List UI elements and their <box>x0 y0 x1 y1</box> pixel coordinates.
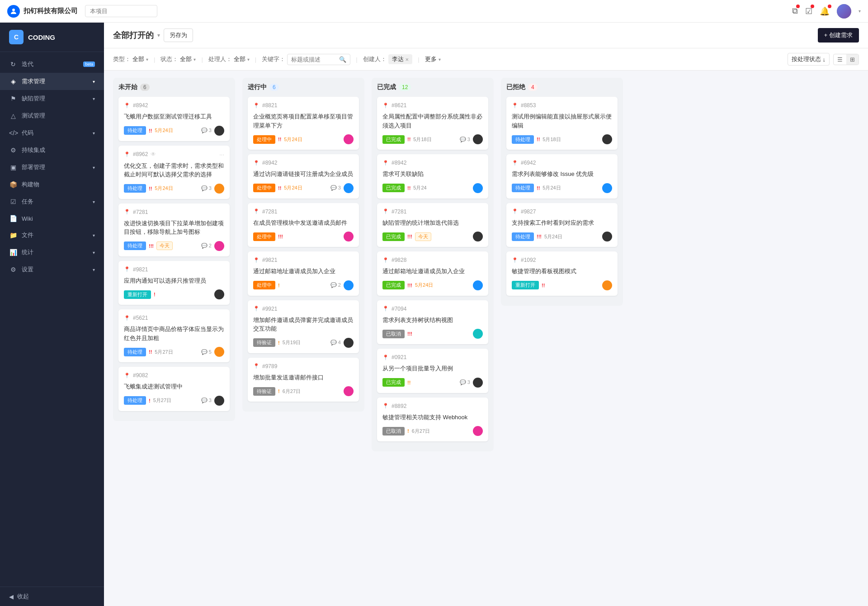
card-avatar <box>602 183 612 193</box>
card-completed-0[interactable]: 📍 #8621 全局属性配置中调整部分系统属性非必须选入项目 已完成!!5月18… <box>377 97 488 150</box>
task-icon[interactable]: ☑ <box>805 6 812 16</box>
card-id: #8942 <box>392 160 406 166</box>
search-input[interactable] <box>85 5 157 17</box>
pin-icon: 📍 <box>382 257 389 263</box>
card-in-progress-0[interactable]: 📍 #8821 企业概览页将项目配置菜单移至项目管理菜单下方 处理中!!5月24… <box>248 97 359 150</box>
card-footer: 重新打开!! <box>512 280 612 290</box>
avatar-dropdown[interactable]: ▾ <box>859 9 861 14</box>
card-id: #1092 <box>521 257 536 263</box>
priority-icon: !! <box>149 349 152 355</box>
page-title-arrow[interactable]: ▾ <box>157 32 160 38</box>
card-not-started-2[interactable]: 📍 #7281 改进快速切换项目下拉菜单增加创建项目按钮，移除导航上加号图标 待… <box>118 204 230 256</box>
company-logo[interactable]: 扣钉科技有限公司 <box>7 5 78 18</box>
card-not-started-1[interactable]: 📍 #8962 👁 ··· 优化交互，创建子需求时，需求类型和截止时间可默认选择… <box>118 146 230 199</box>
card-date: 5月27日 <box>153 397 171 404</box>
keyword-input[interactable] <box>291 56 336 63</box>
card-completed-4[interactable]: 📍 #7094 需求列表支持树状结构视图 已取消!!! <box>377 300 488 345</box>
card-rejected-1[interactable]: 📍 #6942 需求列表能够修改 Issue 优先级 待处理!!5月24日 <box>506 154 618 199</box>
sidebar-item-defect[interactable]: ⚑ 缺陷管理 ▾ <box>0 90 104 107</box>
save-as-button[interactable]: 另存为 <box>164 28 193 42</box>
card-not-started-0[interactable]: 📍 #8942 飞蛾用户数据至测试管理迁移工具 待处理!!5月24日💬 3 <box>118 97 230 141</box>
company-name: 扣钉科技有限公司 <box>24 7 78 15</box>
sidebar-item-ci[interactable]: ⚙ 持续集成 <box>0 142 104 159</box>
card-title: 通过邮箱地址邀请成员加入企业 <box>382 267 483 276</box>
notification-icon[interactable]: 🔔 <box>820 6 830 16</box>
card-in-progress-1[interactable]: 📍 #8942 通过访问邀请链接可注册成为企业成员 处理中!!5月24日💬 3 <box>248 154 359 199</box>
list-view-button[interactable]: ☰ <box>834 54 846 65</box>
more-arrow: ▾ <box>439 57 441 62</box>
card-header: 📍 #8853 <box>512 102 612 109</box>
sidebar-item-iteration[interactable]: ↻ 迭代 beta <box>0 56 104 73</box>
card-in-progress-2[interactable]: 📍 #7281 在成员管理模块中发送邀请成员邮件 处理中!!! <box>248 203 359 247</box>
card-id: #8962 <box>133 151 148 157</box>
card-title: 企业概览页将项目配置菜单移至项目管理菜单下方 <box>253 112 354 130</box>
card-tag: 待处理 <box>124 126 146 135</box>
card-avatar <box>214 347 224 357</box>
card-footer: 待验证!6月27日 <box>253 386 354 396</box>
card-completed-1[interactable]: 📍 #8942 需求可关联缺陷 已完成!!5月24 <box>377 154 488 199</box>
filter-more[interactable]: 更多 ▾ <box>425 55 441 63</box>
filter-type[interactable]: 类型： 全部 ▾ <box>113 55 148 63</box>
sidebar-item-artifact[interactable]: 📦 构建物 <box>0 176 104 193</box>
card-footer: 已取消!6月27日 <box>382 426 483 436</box>
card-more-icon[interactable]: ··· <box>219 151 224 158</box>
card-header: 📍 #7281 <box>382 208 483 215</box>
card-not-started-5[interactable]: 📍 #9082 飞蛾集成进测试管理中 待处理!5月27日💬 3 <box>118 367 230 411</box>
card-in-progress-3[interactable]: 📍 #9821 通过邮箱地址邀请成员加入企业 处理中!💬 2 <box>248 251 359 296</box>
card-not-started-4[interactable]: 📍 #5621 商品详情页中商品价格字体应当显示为红色并且加粗 待处理!!5月2… <box>118 309 230 362</box>
card-id: #5621 <box>133 315 148 321</box>
card-completed-5[interactable]: 📍 #0921 从另一个项目批量导入用例 已完成!!💬 3 <box>377 349 488 393</box>
card-tag: 待验证 <box>253 387 275 396</box>
sort-button[interactable]: 按处理状态 ↓ <box>788 53 830 66</box>
create-requirement-button[interactable]: + 创建需求 <box>818 28 859 43</box>
filter-status-label: 状态： <box>160 55 178 63</box>
card-header: 📍 #1092 <box>512 257 612 263</box>
sidebar-collapse[interactable]: ◀ 收起 <box>0 587 104 606</box>
user-avatar[interactable] <box>837 4 851 19</box>
card-rejected-0[interactable]: 📍 #8853 测试用例编辑能直接以抽屉形式展示便编辑 待处理!!5月18日 <box>506 97 618 150</box>
creator-tag: 李达 × <box>388 54 413 64</box>
card-header: 📍 #8942 <box>253 160 354 166</box>
card-footer: 重新打开! <box>124 289 224 299</box>
card-id: #9921 <box>262 306 277 312</box>
creator-close-button[interactable]: × <box>406 56 409 63</box>
sidebar-item-file[interactable]: 📁 文件 ▾ <box>0 227 104 244</box>
card-date: 5月24日 <box>155 127 173 134</box>
top-search[interactable] <box>85 5 157 17</box>
card-completed-6[interactable]: 📍 #8892 敏捷管理相关功能支持 Webhook 已取消!6月27日 <box>377 398 488 442</box>
card-footer: 处理中!💬 2 <box>253 280 354 290</box>
board-view-button[interactable]: ⊞ <box>846 54 859 65</box>
card-rejected-2[interactable]: 📍 #9827 支持搜索工作时看到对应的需求 待处理!!!5月24日 <box>506 203 618 247</box>
sidebar-item-task[interactable]: ☑ 任务 ▾ <box>0 193 104 210</box>
column-completed: 已完成 12 📍 #8621 全局属性配置中调整部分系统属性非必须选入项目 已完… <box>372 78 494 451</box>
sidebar-item-wiki[interactable]: 📄 Wiki <box>0 210 104 227</box>
filter-handler-arrow: ▾ <box>247 57 250 62</box>
priority-icon: !! <box>278 137 281 142</box>
card-not-started-3[interactable]: 📍 #9821 应用内通知可以选择只推管理员 重新打开! <box>118 261 230 305</box>
card-avatar <box>473 426 483 436</box>
sidebar-item-stat[interactable]: 📊 统计 ▾ <box>0 244 104 261</box>
card-title: 需求列表能够修改 Issue 优先级 <box>512 170 612 179</box>
card-actions: ··· <box>219 151 224 158</box>
window-icon[interactable]: ⧉ <box>792 6 798 16</box>
card-in-progress-4[interactable]: 📍 #9921 增加邮件邀请成员弹窗并完成邀请成员交互功能 待验证!5月19日💬… <box>248 300 359 353</box>
priority-icon: !! <box>542 283 545 288</box>
sidebar-item-test[interactable]: △ 测试管理 <box>0 107 104 124</box>
card-in-progress-5[interactable]: 📍 #9789 增加批量发送邀请邮件接口 待验证!6月27日 <box>248 358 359 402</box>
card-completed-2[interactable]: 📍 #7281 缺陷管理的统计增加迭代筛选 已完成!!!今天 <box>377 203 488 247</box>
sidebar-item-requirement[interactable]: ◈ 需求管理 ▾ <box>0 73 104 90</box>
card-header: 📍 #0921 <box>382 354 483 360</box>
comment-count: 💬 3 <box>330 185 341 191</box>
sidebar-item-setting[interactable]: ⚙ 设置 ▾ <box>0 261 104 278</box>
filter-handler[interactable]: 处理人： 全部 ▾ <box>208 55 250 63</box>
card-rejected-3[interactable]: 📍 #1092 敏捷管理的看板视图模式 重新打开!! <box>506 251 618 296</box>
pin-icon: 📍 <box>253 160 259 166</box>
sidebar-label-stat: 统计 <box>22 248 88 256</box>
card-completed-3[interactable]: 📍 #9828 通过邮箱地址邀请成员加入企业 已完成!!!5月24日 <box>377 251 488 296</box>
filter-status[interactable]: 状态： 全部 ▾ <box>160 55 196 63</box>
sidebar-item-code[interactable]: </> 代码 ▾ <box>0 124 104 142</box>
sidebar-item-deploy[interactable]: ▣ 部署管理 ▾ <box>0 159 104 176</box>
search-icon[interactable]: 🔍 <box>339 56 346 63</box>
card-date: 5月24日 <box>284 185 302 191</box>
priority-icon: ! <box>278 340 280 346</box>
